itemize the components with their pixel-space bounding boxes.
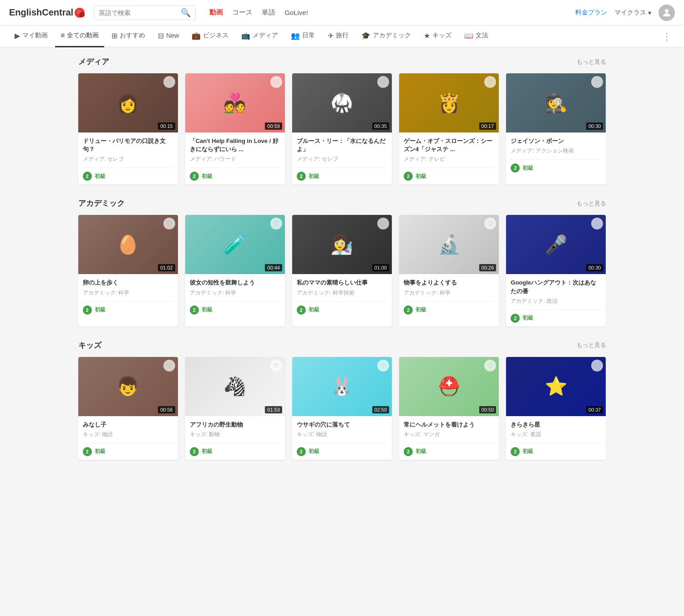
video-card-m1[interactable]: 👩 00:15 ♡ ドリュー・バリモアの口説き文句？ メディア: セレブ 2 初…: [78, 73, 178, 184]
level-badge: 2: [404, 305, 413, 315]
favorite-button[interactable]: ♡: [377, 76, 389, 88]
level-label: 初級: [202, 173, 213, 180]
level-badge: 2: [190, 447, 199, 456]
video-title: ブルース・リー：「水になるんだよ」: [297, 137, 387, 153]
video-card-k2[interactable]: 🦓 01:53 ♡ アフリカの野生動物 キッズ: 動物 2 初級: [185, 357, 285, 460]
favorite-button[interactable]: ♡: [163, 360, 175, 372]
video-thumb: 🔬 00:26 ♡: [399, 215, 499, 274]
section-kids-see-more[interactable]: もっと見る: [577, 341, 606, 349]
video-duration: 01:00: [372, 264, 390, 271]
video-card-k3[interactable]: 🐰 02:50 ♡ ウサギの穴に落ちて キッズ: 物語 2 初級: [292, 357, 392, 460]
level-label: 初級: [202, 306, 213, 314]
logo-english: English: [9, 7, 42, 18]
video-card-a4[interactable]: 🔬 00:26 ♡ 物事をよりよくする アカデミック: 科学 2 初級: [399, 215, 499, 326]
favorite-button[interactable]: ♡: [270, 76, 282, 88]
video-info: ブルース・リー：「水になるんだよ」 メディア: セレブ 2 初級: [292, 132, 392, 184]
section-media-see-more[interactable]: もっと見る: [577, 58, 606, 66]
subnav-grammar[interactable]: 📖 文法: [459, 25, 494, 47]
video-duration: 01:02: [158, 264, 175, 271]
video-title: ジェイソン・ボーン: [511, 137, 601, 145]
myclass-button[interactable]: マイクラス ▾: [614, 9, 651, 17]
video-thumb: 👸 00:17 ♡: [399, 73, 499, 132]
favorite-button[interactable]: ♡: [163, 218, 175, 229]
favorite-button[interactable]: ♡: [484, 360, 496, 372]
business-icon: 💼: [192, 31, 201, 40]
favorite-button[interactable]: ♡: [163, 76, 175, 88]
nav-video[interactable]: 動画: [209, 8, 223, 17]
search-button[interactable]: 🔍: [181, 8, 191, 18]
level-label: 初級: [309, 448, 319, 455]
avatar[interactable]: [659, 5, 675, 21]
level-badge: 2: [511, 163, 520, 173]
section-media-header: メディア もっと見る: [78, 56, 606, 67]
subnav-media[interactable]: 📺 メディア: [236, 25, 284, 47]
video-thumb: ⭐ 00:37 ♡: [506, 357, 606, 416]
search-input[interactable]: [99, 9, 181, 16]
video-card-a5[interactable]: 🎤 00:30 ♡ Googleハングアウト：次はあなたの番 アカデミック: 政…: [506, 215, 606, 326]
subnav-travel[interactable]: ✈ 旅行: [322, 25, 354, 47]
pricing-button[interactable]: 料金プラン: [575, 9, 607, 17]
video-info: Googleハングアウト：次はあなたの番 アカデミック: 政治 2 初級: [506, 274, 606, 326]
chevron-down-icon: ▾: [648, 9, 651, 16]
video-duration: 00:37: [586, 406, 603, 413]
subnav-recommend[interactable]: ⊞ おすすめ: [106, 25, 151, 47]
video-info: 常にヘルメットを着けよう キッズ: マンガ 2 初級: [399, 416, 499, 460]
subnav-all-video[interactable]: ≡ 全ての動画: [55, 25, 104, 47]
video-title: みなし子: [83, 421, 173, 429]
video-info: みなし子 キッズ: 物語 2 初級: [78, 416, 178, 460]
search-box[interactable]: 🔍: [94, 5, 196, 20]
video-info: ドリュー・バリモアの口説き文句？ メディア: セレブ 2 初級: [78, 132, 178, 184]
favorite-button[interactable]: ♡: [377, 360, 389, 372]
grid-icon: ⊞: [111, 31, 117, 40]
video-category: キッズ: 童謡: [511, 431, 601, 438]
level-label: 初級: [415, 173, 426, 180]
video-card-a3[interactable]: 👩‍🔬 01:00 ♡ 私のママの素晴らしい仕事 アカデミック: 科学技術 2 …: [292, 215, 392, 326]
section-kids-header: キッズ もっと見る: [78, 340, 606, 351]
list-icon: ≡: [61, 31, 65, 40]
video-card-m3[interactable]: 🥋 00:35 ♡ ブルース・リー：「水になるんだよ」 メディア: セレブ 2 …: [292, 73, 392, 184]
video-duration: 01:53: [265, 406, 282, 413]
logo[interactable]: EnglishCentral: [9, 7, 85, 18]
subnav-more-button[interactable]: ⋮: [659, 31, 675, 42]
video-duration: 02:50: [372, 406, 390, 413]
favorite-button[interactable]: ♡: [270, 360, 282, 372]
section-academic-see-more[interactable]: もっと見る: [577, 199, 606, 208]
video-card-m2[interactable]: 💑 00:59 ♡ 「Can't Help Falling in Love / …: [185, 73, 285, 184]
kids-icon: ★: [424, 31, 430, 40]
video-category: メディア: テレビ: [404, 155, 494, 163]
section-media: メディア もっと見る 👩 00:15 ♡ ドリュー・バリモアの口説き文句？ メデ…: [78, 56, 606, 184]
video-level: 2 初級: [404, 443, 494, 456]
video-card-a2[interactable]: 🧪 00:44 ♡ 彼女の知性を鼓舞しよう アカデミック: 科学 2 初級: [185, 215, 285, 326]
video-duration: 00:35: [372, 122, 390, 130]
subnav-daily[interactable]: 👥 日常: [285, 25, 320, 47]
subnav-my-video[interactable]: ▶ マイ動画: [9, 25, 53, 47]
video-card-k5[interactable]: ⭐ 00:37 ♡ きらきら星 キッズ: 童謡 2 初級: [506, 357, 606, 460]
video-card-k1[interactable]: 👦 00:56 ♡ みなし子 キッズ: 物語 2 初級: [78, 357, 178, 460]
nav-course[interactable]: コース: [232, 8, 253, 17]
level-label: 初級: [522, 164, 533, 172]
nav-golive[interactable]: GoLive!: [284, 9, 308, 16]
video-duration: 00:26: [479, 264, 497, 271]
svg-point-2: [76, 10, 81, 14]
subnav-academic[interactable]: 🎓 アカデミック: [356, 25, 416, 47]
header-right: 料金プラン マイクラス ▾: [575, 5, 675, 21]
video-level: 2 初級: [511, 310, 601, 323]
video-card-a1[interactable]: 🥚 01:02 ♡ 卵の上を歩く アカデミック: 科学 2 初級: [78, 215, 178, 326]
video-category: キッズ: マンガ: [404, 431, 494, 438]
video-duration: 00:44: [265, 264, 282, 271]
section-academic-header: アカデミック もっと見る: [78, 198, 606, 209]
video-card-m4[interactable]: 👸 00:17 ♡ ゲーム・オブ・スローンズ：シーズン4「ジャステ ... メデ…: [399, 73, 499, 184]
subnav-kids[interactable]: ★ キッズ: [418, 25, 457, 47]
video-level: 2 初級: [511, 443, 601, 456]
daily-icon: 👥: [291, 31, 300, 40]
video-card-m5[interactable]: 🕵️ 00:30 ♡ ジェイソン・ボーン メディア: アクション映画 2 初級: [506, 73, 606, 184]
video-card-k4[interactable]: ⛑️ 00:50 ♡ 常にヘルメットを着けよう キッズ: マンガ 2 初級: [399, 357, 499, 460]
nav-word[interactable]: 単語: [262, 8, 275, 17]
video-title: ウサギの穴に落ちて: [297, 421, 387, 429]
level-badge: 2: [404, 172, 413, 181]
video-title: Googleハングアウト：次はあなたの番: [511, 279, 601, 295]
subnav-new[interactable]: ⊟ New: [152, 25, 184, 47]
level-badge: 2: [297, 447, 306, 456]
subnav-business[interactable]: 💼 ビジネス: [186, 25, 234, 47]
video-category: メディア: アクション映画: [511, 147, 601, 155]
